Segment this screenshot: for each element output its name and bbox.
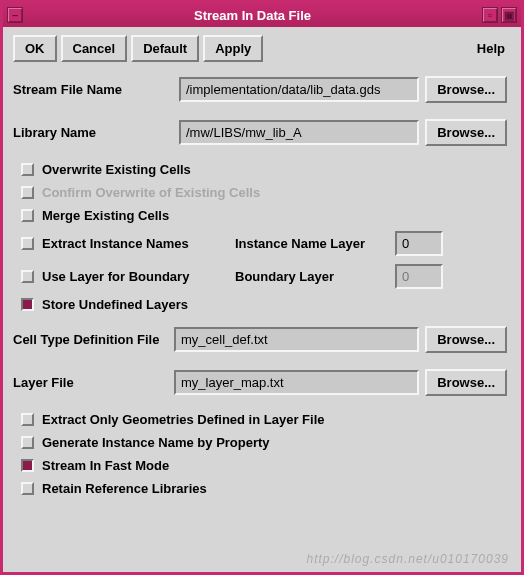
retain-ref-checkbox[interactable]: [21, 482, 34, 495]
stream-file-input[interactable]: [179, 77, 419, 102]
use-layer-boundary-checkbox[interactable]: [21, 270, 34, 283]
overwrite-checkbox[interactable]: [21, 163, 34, 176]
store-undefined-label: Store Undefined Layers: [42, 297, 188, 312]
stream-file-browse-button[interactable]: Browse...: [425, 76, 507, 103]
library-name-browse-button[interactable]: Browse...: [425, 119, 507, 146]
default-button[interactable]: Default: [131, 35, 199, 62]
window-title: Stream In Data File: [23, 8, 482, 23]
stream-file-row: Stream File Name Browse...: [13, 76, 511, 103]
cancel-button[interactable]: Cancel: [61, 35, 128, 62]
confirm-overwrite-label: Confirm Overwrite of Existing Cells: [42, 185, 260, 200]
instance-layer-input[interactable]: [395, 231, 443, 256]
window-menu-button[interactable]: –: [7, 7, 23, 23]
layer-file-row: Layer File Browse...: [13, 369, 511, 396]
merge-checkbox[interactable]: [21, 209, 34, 222]
merge-row: Merge Existing Cells: [13, 208, 511, 223]
cell-type-def-row: Cell Type Definition File Browse...: [13, 326, 511, 353]
confirm-overwrite-checkbox: [21, 186, 34, 199]
gen-instance-prop-label: Generate Instance Name by Property: [42, 435, 270, 450]
apply-button[interactable]: Apply: [203, 35, 263, 62]
extract-instance-checkbox[interactable]: [21, 237, 34, 250]
boundary-layer-label: Boundary Layer: [235, 269, 387, 284]
titlebar: – Stream In Data File ▫ ▣: [3, 3, 521, 27]
confirm-overwrite-row: Confirm Overwrite of Existing Cells: [13, 185, 511, 200]
fast-mode-label: Stream In Fast Mode: [42, 458, 169, 473]
window: – Stream In Data File ▫ ▣ OK Cancel Defa…: [0, 0, 524, 575]
maximize-button[interactable]: ▣: [501, 7, 517, 23]
dialog-body: OK Cancel Default Apply Help Stream File…: [3, 27, 521, 572]
instance-layer-label: Instance Name Layer: [235, 236, 387, 251]
watermark-text: http://blog.csdn.net/u010170039: [307, 552, 509, 566]
store-undefined-checkbox[interactable]: [21, 298, 34, 311]
boundary-layer-input: [395, 264, 443, 289]
cell-type-def-input[interactable]: [174, 327, 419, 352]
extract-geom-row: Extract Only Geometries Defined in Layer…: [13, 412, 511, 427]
cell-type-def-browse-button[interactable]: Browse...: [425, 326, 507, 353]
ok-button[interactable]: OK: [13, 35, 57, 62]
library-name-label: Library Name: [13, 125, 173, 140]
layer-file-label: Layer File: [13, 375, 168, 390]
layer-file-browse-button[interactable]: Browse...: [425, 369, 507, 396]
extract-geom-checkbox[interactable]: [21, 413, 34, 426]
extract-instance-row: Extract Instance Names Instance Name Lay…: [13, 231, 511, 256]
retain-ref-label: Retain Reference Libraries: [42, 481, 207, 496]
help-button[interactable]: Help: [471, 37, 511, 60]
fast-mode-row: Stream In Fast Mode: [13, 458, 511, 473]
use-layer-boundary-label: Use Layer for Boundary: [42, 269, 227, 284]
overwrite-label: Overwrite Existing Cells: [42, 162, 191, 177]
use-layer-boundary-row: Use Layer for Boundary Boundary Layer: [13, 264, 511, 289]
layer-file-input[interactable]: [174, 370, 419, 395]
library-name-row: Library Name Browse...: [13, 119, 511, 146]
overwrite-row: Overwrite Existing Cells: [13, 162, 511, 177]
action-button-row: OK Cancel Default Apply Help: [13, 35, 511, 62]
cell-type-def-label: Cell Type Definition File: [13, 332, 168, 347]
gen-instance-prop-row: Generate Instance Name by Property: [13, 435, 511, 450]
library-name-input[interactable]: [179, 120, 419, 145]
fast-mode-checkbox[interactable]: [21, 459, 34, 472]
merge-label: Merge Existing Cells: [42, 208, 169, 223]
extract-instance-label: Extract Instance Names: [42, 236, 227, 251]
minimize-button[interactable]: ▫: [482, 7, 498, 23]
extract-geom-label: Extract Only Geometries Defined in Layer…: [42, 412, 324, 427]
retain-ref-row: Retain Reference Libraries: [13, 481, 511, 496]
store-undefined-row: Store Undefined Layers: [13, 297, 511, 312]
stream-file-label: Stream File Name: [13, 82, 173, 97]
gen-instance-prop-checkbox[interactable]: [21, 436, 34, 449]
